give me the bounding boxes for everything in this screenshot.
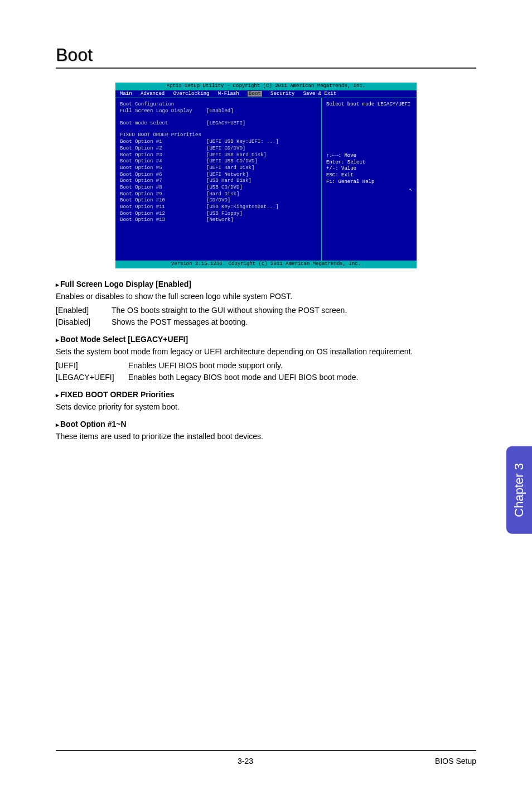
- boot-opt-label: Boot Option #4: [120, 158, 206, 165]
- opt-key: [Disabled]: [56, 316, 112, 328]
- opt-key: [UEFI]: [56, 360, 128, 372]
- opt-val: The OS boots straight to the GUI without…: [112, 305, 476, 316]
- footer-page-number: 3-23: [238, 757, 253, 766]
- bios-key-move: ↑↓←→: Move: [326, 153, 412, 160]
- boot-opt-value: [USB CD/DVD]: [206, 185, 243, 191]
- section-header-mode: Boot Mode Select [LEGACY+UEFI]: [56, 335, 476, 344]
- bios-logo-value: [Enabled]: [206, 108, 234, 115]
- section-desc-bootn: These items are used to prioritize the i…: [56, 431, 476, 442]
- boot-opt-value: [UEFI USB CD/DVD]: [206, 158, 258, 165]
- opt-key: [LEGACY+UEFI]: [56, 372, 128, 383]
- boot-opt-label: Boot Option #9: [120, 191, 206, 198]
- bios-right-panel: Select boot mode LEGACY/UEFI ↑↓←→: Move …: [322, 98, 417, 261]
- section-header-bootn: Boot Option #1~N: [56, 420, 476, 429]
- boot-opt-label: Boot Option #13: [120, 217, 206, 224]
- bios-menu-main: Main: [120, 91, 132, 97]
- bios-menu-security: Security: [270, 91, 294, 97]
- boot-opt-value: [UEFI USB Key:UEFI: ...]: [206, 139, 279, 146]
- boot-opt-label: Boot Option #1: [120, 139, 206, 146]
- boot-opt-value: [USB Hard Disk]: [206, 178, 252, 185]
- boot-opt-label: Boot Option #11: [120, 204, 206, 211]
- bios-mode-value: [LEGACY+UEFI]: [206, 121, 245, 127]
- boot-opt-value: [Hard Disk]: [206, 191, 239, 198]
- boot-opt-label: Boot Option #3: [120, 152, 206, 159]
- bios-menu-save-exit: Save & Exit: [303, 91, 336, 97]
- boot-opt-value: [USB Floppy]: [206, 211, 243, 218]
- boot-opt-value: [UEFI Network]: [206, 172, 249, 179]
- boot-opt-label: Boot Option #12: [120, 211, 206, 218]
- bios-key-value: +/-: Value: [326, 166, 412, 172]
- page-title: Boot: [56, 45, 476, 69]
- chapter-tab: Chapter 3: [506, 446, 532, 534]
- bios-header: Aptio Setup Utility - Copyright (C) 2011…: [115, 83, 417, 90]
- boot-opt-value: [USB Key:KingstonDat...]: [206, 204, 279, 211]
- bios-logo-label: Full Screen Logo Display: [120, 108, 206, 115]
- page-footer: 3-23 BIOS Setup: [56, 750, 476, 766]
- bios-menu-mflash: M-Flash: [218, 91, 239, 97]
- section-header-logo: Full Screen Logo Display [Enabled]: [56, 280, 476, 288]
- footer-section-name: BIOS Setup: [435, 757, 476, 766]
- boot-opt-label: Boot Option #8: [120, 185, 206, 191]
- section-desc-mode: Sets the system boot mode from legacy or…: [56, 346, 476, 358]
- section-desc-fixed: Sets device priority for system boot.: [56, 401, 476, 413]
- bios-help-title: Select boot mode LEGACY/UEFI: [326, 102, 412, 108]
- section-desc-logo: Enables or disables to show the full scr…: [56, 291, 476, 302]
- bios-footer: Version 2.15.1236. Copyright (C) 2011 Am…: [115, 261, 417, 268]
- opt-key: [Enabled]: [56, 305, 112, 316]
- boot-opt-value: [UEFI Hard Disk]: [206, 165, 254, 172]
- cursor-icon: ↖: [409, 187, 412, 192]
- boot-opt-label: Boot Option #7: [120, 178, 206, 185]
- boot-opt-value: [Network]: [206, 217, 234, 224]
- boot-opt-value: [UEFI USB Hard Disk]: [206, 152, 267, 159]
- boot-opt-label: Boot Option #6: [120, 172, 206, 179]
- bios-key-f1: F1: General Help: [326, 179, 412, 186]
- bios-screenshot: Aptio Setup Utility - Copyright (C) 2011…: [115, 83, 417, 268]
- bios-menu-overclocking: Overclocking: [173, 91, 210, 97]
- opt-val: Shows the POST messages at booting.: [112, 316, 476, 328]
- bios-key-enter: Enter: Select: [326, 160, 412, 166]
- bios-menu-bar: Main Advanced Overclocking M-Flash Boot …: [115, 90, 417, 98]
- boot-opt-label: Boot Option #10: [120, 198, 206, 204]
- bios-config-title: Boot Configuration: [120, 102, 317, 108]
- bios-menu-boot: Boot: [248, 91, 262, 97]
- section-header-fixed: FIXED BOOT ORDER Priorities: [56, 390, 476, 399]
- boot-opt-value: [UEFI CD/DVD]: [206, 146, 245, 152]
- bios-priorities-title: FIXED BOOT ORDER Priorities: [120, 132, 317, 139]
- opt-val: Enables both Legacy BIOS boot mode and U…: [128, 372, 476, 383]
- boot-opt-value: [CD/DVD]: [206, 198, 230, 204]
- bios-mode-label: Boot mode select: [120, 121, 206, 127]
- bios-menu-advanced: Advanced: [141, 91, 165, 97]
- boot-opt-label: Boot Option #2: [120, 146, 206, 152]
- bios-left-panel: Boot Configuration Full Screen Logo Disp…: [115, 98, 322, 261]
- boot-opt-label: Boot Option #5: [120, 165, 206, 172]
- opt-val: Enables UEFI BIOS boot mode support only…: [128, 360, 476, 372]
- bios-key-esc: ESC: Exit: [326, 172, 412, 179]
